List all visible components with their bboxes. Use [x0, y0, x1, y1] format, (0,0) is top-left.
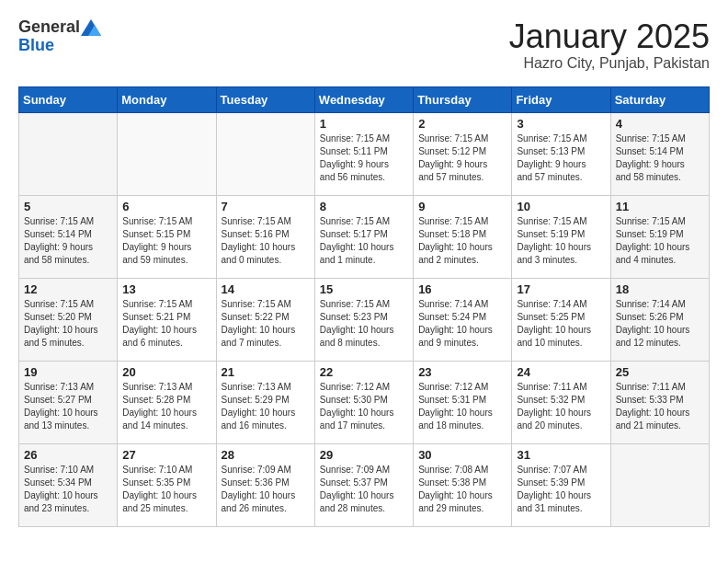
calendar-cell — [610, 443, 709, 526]
day-info: Sunrise: 7:09 AM Sunset: 5:36 PM Dayligh… — [222, 464, 310, 515]
day-info: Sunrise: 7:08 AM Sunset: 5:38 PM Dayligh… — [418, 464, 506, 515]
week-row-3: 12Sunrise: 7:15 AM Sunset: 5:20 PM Dayli… — [19, 278, 710, 361]
day-info: Sunrise: 7:14 AM Sunset: 5:26 PM Dayligh… — [616, 298, 704, 350]
day-info: Sunrise: 7:13 AM Sunset: 5:28 PM Dayligh… — [122, 381, 210, 432]
day-info: Sunrise: 7:15 AM Sunset: 5:23 PM Dayligh… — [320, 298, 408, 350]
calendar-title: January 2025 — [509, 18, 710, 55]
calendar-cell: 24Sunrise: 7:11 AM Sunset: 5:32 PM Dayli… — [512, 361, 610, 443]
day-number: 21 — [222, 365, 310, 379]
day-info: Sunrise: 7:13 AM Sunset: 5:29 PM Dayligh… — [222, 381, 310, 432]
calendar-cell — [216, 112, 314, 195]
day-number: 6 — [122, 200, 210, 213]
calendar-cell: 15Sunrise: 7:15 AM Sunset: 5:23 PM Dayli… — [314, 278, 413, 361]
day-info: Sunrise: 7:15 AM Sunset: 5:14 PM Dayligh… — [616, 132, 704, 184]
logo-icon — [81, 19, 101, 36]
day-info: Sunrise: 7:11 AM Sunset: 5:33 PM Dayligh… — [616, 381, 704, 432]
logo: General Blue — [18, 18, 102, 55]
day-info: Sunrise: 7:10 AM Sunset: 5:34 PM Dayligh… — [24, 464, 112, 515]
day-number: 1 — [320, 117, 408, 131]
day-number: 29 — [320, 448, 408, 462]
calendar-cell: 23Sunrise: 7:12 AM Sunset: 5:31 PM Dayli… — [414, 361, 512, 443]
day-info: Sunrise: 7:11 AM Sunset: 5:32 PM Dayligh… — [517, 381, 605, 432]
day-number: 11 — [616, 200, 704, 213]
day-number: 7 — [222, 200, 310, 213]
day-number: 31 — [517, 448, 605, 462]
header-row: SundayMondayTuesdayWednesdayThursdayFrid… — [19, 86, 710, 112]
day-info: Sunrise: 7:15 AM Sunset: 5:11 PM Dayligh… — [320, 132, 408, 184]
day-info: Sunrise: 7:14 AM Sunset: 5:24 PM Dayligh… — [418, 298, 506, 350]
day-number: 22 — [320, 365, 408, 379]
calendar-cell: 13Sunrise: 7:15 AM Sunset: 5:21 PM Dayli… — [118, 278, 216, 361]
calendar-cell: 16Sunrise: 7:14 AM Sunset: 5:24 PM Dayli… — [414, 278, 512, 361]
day-number: 27 — [122, 448, 210, 462]
calendar-cell: 4Sunrise: 7:15 AM Sunset: 5:14 PM Daylig… — [610, 112, 709, 195]
day-number: 2 — [418, 117, 506, 131]
day-number: 14 — [222, 282, 310, 296]
week-row-4: 19Sunrise: 7:13 AM Sunset: 5:27 PM Dayli… — [19, 361, 710, 443]
day-info: Sunrise: 7:14 AM Sunset: 5:25 PM Dayligh… — [517, 298, 605, 350]
day-number: 17 — [517, 282, 605, 296]
header-thursday: Thursday — [414, 86, 512, 112]
day-number: 3 — [517, 117, 605, 131]
day-info: Sunrise: 7:15 AM Sunset: 5:22 PM Dayligh… — [222, 298, 310, 350]
page-header: General Blue January 2025 Hazro City, Pu… — [18, 18, 710, 72]
day-number: 5 — [24, 200, 112, 213]
day-number: 25 — [616, 365, 704, 379]
day-info: Sunrise: 7:12 AM Sunset: 5:31 PM Dayligh… — [418, 381, 506, 432]
day-info: Sunrise: 7:15 AM Sunset: 5:12 PM Dayligh… — [418, 132, 506, 184]
calendar-cell: 6Sunrise: 7:15 AM Sunset: 5:15 PM Daylig… — [118, 195, 216, 278]
header-wednesday: Wednesday — [314, 86, 413, 112]
header-monday: Monday — [118, 86, 216, 112]
calendar-cell: 8Sunrise: 7:15 AM Sunset: 5:17 PM Daylig… — [314, 195, 413, 278]
calendar-cell: 29Sunrise: 7:09 AM Sunset: 5:37 PM Dayli… — [314, 443, 413, 526]
day-number: 12 — [24, 282, 112, 296]
calendar-cell: 12Sunrise: 7:15 AM Sunset: 5:20 PM Dayli… — [19, 278, 118, 361]
calendar-cell: 31Sunrise: 7:07 AM Sunset: 5:39 PM Dayli… — [512, 443, 610, 526]
day-number: 19 — [24, 365, 112, 379]
calendar-cell: 9Sunrise: 7:15 AM Sunset: 5:18 PM Daylig… — [414, 195, 512, 278]
day-info: Sunrise: 7:15 AM Sunset: 5:18 PM Dayligh… — [418, 215, 506, 267]
calendar-cell: 25Sunrise: 7:11 AM Sunset: 5:33 PM Dayli… — [610, 361, 709, 443]
calendar-cell: 17Sunrise: 7:14 AM Sunset: 5:25 PM Dayli… — [512, 278, 610, 361]
day-info: Sunrise: 7:07 AM Sunset: 5:39 PM Dayligh… — [517, 464, 605, 515]
calendar-subtitle: Hazro City, Punjab, Pakistan — [509, 55, 710, 72]
day-number: 24 — [517, 365, 605, 379]
day-info: Sunrise: 7:15 AM Sunset: 5:21 PM Dayligh… — [122, 298, 210, 350]
calendar-cell: 1Sunrise: 7:15 AM Sunset: 5:11 PM Daylig… — [314, 112, 413, 195]
title-block: January 2025 Hazro City, Punjab, Pakista… — [509, 18, 710, 72]
day-number: 30 — [418, 448, 506, 462]
calendar-cell: 11Sunrise: 7:15 AM Sunset: 5:19 PM Dayli… — [610, 195, 709, 278]
calendar-cell: 30Sunrise: 7:08 AM Sunset: 5:38 PM Dayli… — [414, 443, 512, 526]
calendar-cell: 20Sunrise: 7:13 AM Sunset: 5:28 PM Dayli… — [118, 361, 216, 443]
calendar-cell — [19, 112, 118, 195]
day-number: 18 — [616, 282, 704, 296]
day-number: 16 — [418, 282, 506, 296]
day-info: Sunrise: 7:15 AM Sunset: 5:13 PM Dayligh… — [517, 132, 605, 184]
day-number: 13 — [122, 282, 210, 296]
day-number: 4 — [616, 117, 704, 131]
calendar-cell: 14Sunrise: 7:15 AM Sunset: 5:22 PM Dayli… — [216, 278, 314, 361]
calendar-cell: 10Sunrise: 7:15 AM Sunset: 5:19 PM Dayli… — [512, 195, 610, 278]
day-number: 28 — [222, 448, 310, 462]
calendar-cell: 27Sunrise: 7:10 AM Sunset: 5:35 PM Dayli… — [118, 443, 216, 526]
day-info: Sunrise: 7:13 AM Sunset: 5:27 PM Dayligh… — [24, 381, 112, 432]
calendar-cell: 18Sunrise: 7:14 AM Sunset: 5:26 PM Dayli… — [610, 278, 709, 361]
day-info: Sunrise: 7:15 AM Sunset: 5:16 PM Dayligh… — [222, 215, 310, 267]
calendar-cell: 22Sunrise: 7:12 AM Sunset: 5:30 PM Dayli… — [314, 361, 413, 443]
day-info: Sunrise: 7:15 AM Sunset: 5:19 PM Dayligh… — [616, 215, 704, 267]
day-info: Sunrise: 7:15 AM Sunset: 5:19 PM Dayligh… — [517, 215, 605, 267]
header-friday: Friday — [512, 86, 610, 112]
day-number: 15 — [320, 282, 408, 296]
calendar-cell: 7Sunrise: 7:15 AM Sunset: 5:16 PM Daylig… — [216, 195, 314, 278]
day-info: Sunrise: 7:12 AM Sunset: 5:30 PM Dayligh… — [320, 381, 408, 432]
header-sunday: Sunday — [19, 86, 118, 112]
day-number: 26 — [24, 448, 112, 462]
day-info: Sunrise: 7:15 AM Sunset: 5:14 PM Dayligh… — [24, 215, 112, 267]
week-row-2: 5Sunrise: 7:15 AM Sunset: 5:14 PM Daylig… — [19, 195, 710, 278]
week-row-5: 26Sunrise: 7:10 AM Sunset: 5:34 PM Dayli… — [19, 443, 710, 526]
calendar-cell: 26Sunrise: 7:10 AM Sunset: 5:34 PM Dayli… — [19, 443, 118, 526]
calendar-cell: 5Sunrise: 7:15 AM Sunset: 5:14 PM Daylig… — [19, 195, 118, 278]
calendar-table: SundayMondayTuesdayWednesdayThursdayFrid… — [18, 86, 710, 527]
calendar-cell: 3Sunrise: 7:15 AM Sunset: 5:13 PM Daylig… — [512, 112, 610, 195]
day-number: 8 — [320, 200, 408, 213]
